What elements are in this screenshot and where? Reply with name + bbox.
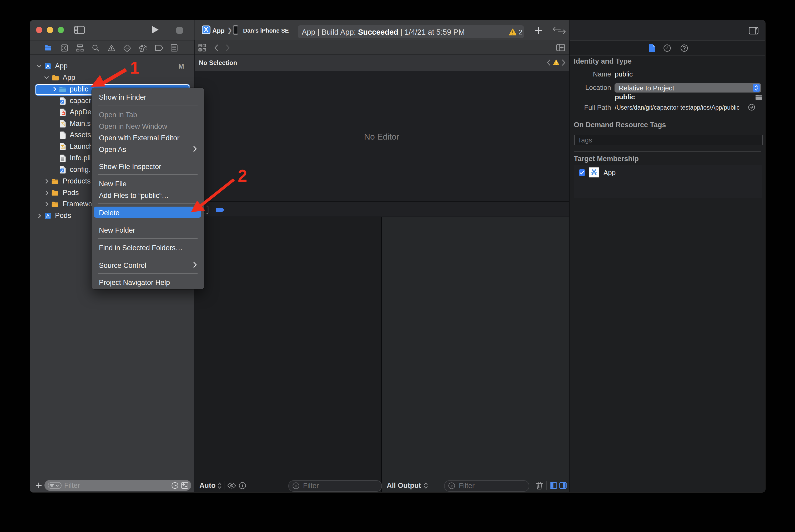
svg-text:2: 2 — [238, 166, 247, 185]
svg-text:1: 1 — [130, 58, 140, 77]
